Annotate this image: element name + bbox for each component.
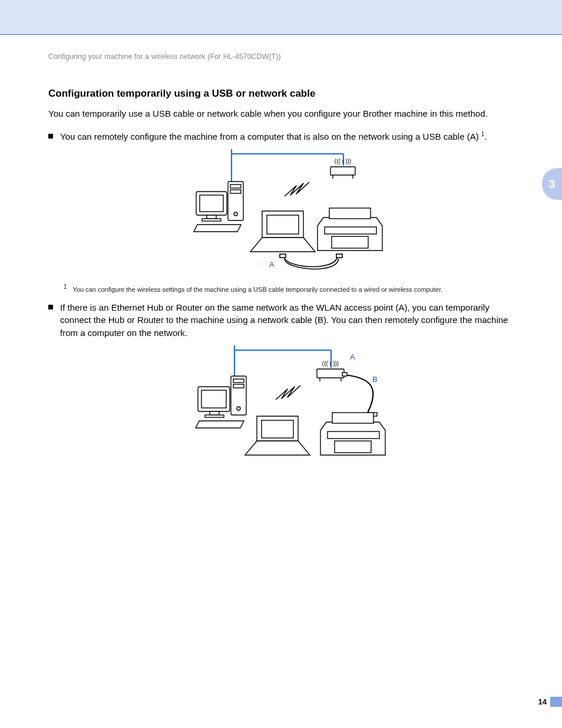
intro-paragraph: You can temporarily use a USB cable or n… <box>48 108 521 120</box>
footnote-1-mark: 1 <box>64 284 67 290</box>
bullet-usb-text-pre: You can remotely configure the machine f… <box>60 131 481 141</box>
router-icon: ((( ı ))) <box>317 360 344 381</box>
svg-rect-17 <box>325 227 376 234</box>
page-number: 14 <box>538 697 547 706</box>
footnote-1-text: You can configure the wireless settings … <box>73 286 443 293</box>
page-number-wrap: 14 <box>538 697 562 707</box>
svg-rect-24 <box>317 369 344 378</box>
svg-rect-14 <box>202 219 221 221</box>
bullet-ethernet: If there is an Ethernet Hub or Router on… <box>48 301 521 340</box>
svg-rect-37 <box>205 415 224 417</box>
desktop-icon <box>196 376 246 428</box>
svg-rect-41 <box>335 441 371 453</box>
svg-rect-35 <box>201 390 226 408</box>
diagram-label-a: A <box>350 353 355 361</box>
printer-icon <box>320 413 385 455</box>
wireless-icon <box>276 386 300 400</box>
edge-chip <box>550 697 562 707</box>
svg-text:((( ı ))): ((( ı ))) <box>335 158 351 164</box>
diagram-label-a: A <box>269 260 275 269</box>
svg-rect-9 <box>230 190 241 193</box>
svg-rect-16 <box>329 208 371 219</box>
laptop-icon <box>245 416 310 455</box>
svg-point-33 <box>237 407 240 410</box>
printer-icon <box>318 208 382 251</box>
svg-point-10 <box>234 212 237 216</box>
svg-rect-40 <box>328 431 379 439</box>
svg-rect-15 <box>267 215 299 234</box>
desktop-icon <box>194 182 243 232</box>
router-icon: ((( ı ))) <box>330 158 355 179</box>
svg-rect-18 <box>332 236 368 248</box>
bullet-usb-text-post: . <box>484 131 487 141</box>
usb-cable-icon <box>280 254 342 269</box>
header-band <box>0 0 562 35</box>
svg-rect-19 <box>280 254 286 258</box>
svg-text:((( ı ))): ((( ı ))) <box>322 360 339 367</box>
breadcrumb: Configuring your machine for a wireless … <box>48 52 521 61</box>
wireless-icon <box>285 182 309 196</box>
bullet-usb: You can remotely configure the machine f… <box>48 130 521 143</box>
footnote-1: 1You can configure the wireless settings… <box>64 284 521 293</box>
diagram-label-b: B <box>372 375 378 384</box>
svg-rect-12 <box>200 195 223 212</box>
svg-rect-31 <box>233 379 244 383</box>
page-body: Configuring your machine for a wireless … <box>0 35 562 724</box>
svg-rect-32 <box>233 384 244 388</box>
svg-rect-20 <box>336 254 342 258</box>
diagram-usb: ((( ı ))) <box>178 149 391 279</box>
svg-rect-13 <box>207 215 216 219</box>
svg-rect-36 <box>210 411 219 415</box>
section-title: Configuration temporarily using a USB or… <box>48 88 521 100</box>
laptop-icon <box>250 211 315 252</box>
chapter-tab: 3 <box>542 168 562 200</box>
svg-rect-38 <box>262 420 293 438</box>
svg-rect-39 <box>332 413 373 423</box>
diagram-ethernet: ((( ı ))) <box>176 345 394 469</box>
svg-rect-8 <box>230 185 241 188</box>
svg-rect-3 <box>330 167 355 175</box>
svg-rect-28 <box>342 373 347 376</box>
